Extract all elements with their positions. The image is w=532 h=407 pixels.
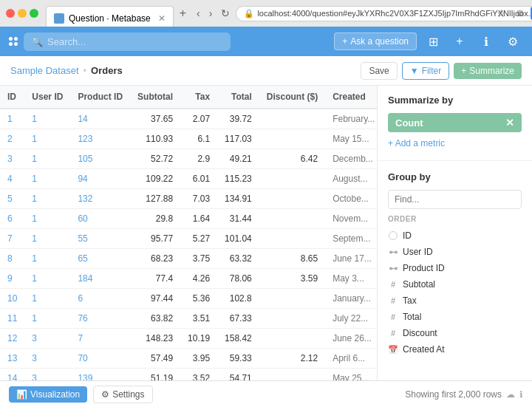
table-cell[interactable]: 184 (70, 269, 130, 289)
count-remove-icon[interactable]: ✕ (505, 117, 514, 129)
count-pill: Count ✕ (388, 113, 522, 132)
table-row: 4194109.226.01115.23August... (0, 169, 377, 189)
table-cell[interactable]: 3 (24, 329, 70, 349)
window-close-button[interactable] (6, 9, 15, 18)
active-tab[interactable]: Question · Metabase ✕ (46, 6, 174, 27)
table-cell[interactable]: 11 (0, 309, 24, 329)
group-item[interactable]: Product ID (388, 260, 522, 276)
order-label: ORDER (388, 215, 522, 223)
settings-button[interactable]: ⚙ Settings (93, 386, 152, 403)
table-cell[interactable]: 9 (0, 269, 24, 289)
search-placeholder: Search... (47, 36, 86, 47)
summarize-button[interactable]: + Summarize (454, 63, 522, 79)
table-row: 3110552.722.949.216.42Decemb... (0, 149, 377, 169)
table-cell[interactable]: 4 (0, 169, 24, 189)
table-cell[interactable]: 2 (0, 129, 24, 149)
table-cell[interactable]: 1 (24, 169, 70, 189)
tab-close-icon[interactable]: ✕ (158, 13, 166, 24)
col-discount[interactable]: Discount ($) (259, 86, 325, 109)
table-cell[interactable]: 1 (24, 229, 70, 249)
table-cell[interactable]: 6 (0, 209, 24, 229)
table-cell[interactable]: 12 (0, 329, 24, 349)
table-cell[interactable]: 8 (0, 249, 24, 269)
table-cell: May 25... (325, 369, 377, 381)
ask-question-button[interactable]: + Ask a question (334, 33, 417, 50)
group-item[interactable]: #Discount (388, 325, 522, 341)
table-cell: 10.19 (180, 329, 217, 349)
address-bar[interactable]: 🔒 localhost:4000/question#eyJkYXRhc2V0X3… (236, 6, 532, 21)
group-item[interactable]: User ID (388, 244, 522, 260)
table-cell[interactable]: 14 (70, 109, 130, 129)
table-cell[interactable]: 94 (70, 169, 130, 189)
table-cell[interactable]: 105 (70, 149, 130, 169)
table-cell[interactable]: 3 (24, 369, 70, 381)
forward-button[interactable]: › (206, 6, 216, 21)
table-cell[interactable]: 1 (24, 269, 70, 289)
table-cell[interactable]: 65 (70, 249, 130, 269)
table-cell[interactable]: 1 (24, 209, 70, 229)
table-cell[interactable]: 13 (0, 349, 24, 369)
table-cell[interactable]: 76 (70, 309, 130, 329)
col-id[interactable]: ID (0, 86, 24, 109)
table-cell: 3.52 (180, 369, 217, 381)
table-cell[interactable]: 60 (70, 209, 130, 229)
table-cell: 31.44 (217, 209, 259, 229)
window-maximize-button[interactable] (30, 9, 38, 18)
col-total[interactable]: Total (217, 86, 259, 109)
info-icon-button[interactable]: ℹ (476, 31, 497, 52)
settings-icon-button[interactable]: ⚙ (502, 31, 523, 52)
table-cell[interactable]: 1 (24, 289, 70, 309)
group-item[interactable]: #Tax (388, 293, 522, 309)
table-cell[interactable]: 3 (0, 149, 24, 169)
col-product-id[interactable]: Product ID (70, 86, 130, 109)
table-cell[interactable]: 1 (24, 249, 70, 269)
table-cell[interactable]: 1 (24, 149, 70, 169)
group-item[interactable]: 📅Created At (388, 341, 522, 358)
group-item[interactable]: #Subtotal (388, 276, 522, 293)
table-cell[interactable]: 70 (70, 349, 130, 369)
app-logo (9, 37, 18, 46)
group-item[interactable]: #Total (388, 309, 522, 325)
table-cell[interactable]: 132 (70, 189, 130, 209)
visualization-button[interactable]: 📊 Visualization (9, 386, 87, 403)
table-cell[interactable]: 139 (70, 369, 130, 381)
table-cell[interactable]: 55 (70, 229, 130, 249)
new-tab-button[interactable]: + (175, 7, 191, 20)
breadcrumb-parent[interactable]: Sample Dataset (10, 65, 79, 76)
add-icon-button[interactable]: + (449, 31, 470, 52)
bookmark-button[interactable]: ☆ (492, 4, 510, 22)
add-metric-button[interactable]: + Add a metric (388, 138, 522, 148)
group-by-search[interactable] (388, 190, 522, 209)
extensions-button[interactable]: ⧉ (511, 4, 529, 22)
col-subtotal[interactable]: Subtotal (130, 86, 180, 109)
table-cell[interactable]: 123 (70, 129, 130, 149)
table-cell[interactable]: 10 (0, 289, 24, 309)
table-cell[interactable]: 1 (0, 109, 24, 129)
table-cell[interactable]: 7 (70, 329, 130, 349)
group-item-label: Total (403, 312, 421, 322)
table-cell[interactable]: 1 (24, 109, 70, 129)
group-item[interactable]: ID (388, 228, 522, 244)
window-minimize-button[interactable] (18, 9, 27, 18)
apps-icon-button[interactable]: ⊞ (423, 31, 443, 52)
back-button[interactable]: ‹ (194, 6, 203, 21)
table-cell: 2.12 (259, 349, 325, 369)
table-cell (259, 229, 325, 249)
search-bar[interactable]: 🔍 Search... (24, 33, 231, 51)
table-cell[interactable]: 5 (0, 189, 24, 209)
table-cell[interactable]: 6 (70, 289, 130, 309)
table-cell[interactable]: 1 (24, 309, 70, 329)
table-cell[interactable]: 1 (24, 129, 70, 149)
col-tax[interactable]: Tax (180, 86, 217, 109)
reload-button[interactable]: ↻ (218, 6, 233, 21)
table-cell[interactable]: 14 (0, 369, 24, 381)
filter-button[interactable]: ▼ Filter (402, 62, 450, 80)
col-created[interactable]: Created (325, 86, 377, 109)
table-row: 616029.81.6431.44Novem... (0, 209, 377, 229)
col-user-id[interactable]: User ID (24, 86, 70, 109)
table-cell (259, 209, 325, 229)
save-button[interactable]: Save (361, 62, 397, 80)
table-cell[interactable]: 7 (0, 229, 24, 249)
table-cell[interactable]: 3 (24, 349, 70, 369)
table-cell[interactable]: 1 (24, 189, 70, 209)
